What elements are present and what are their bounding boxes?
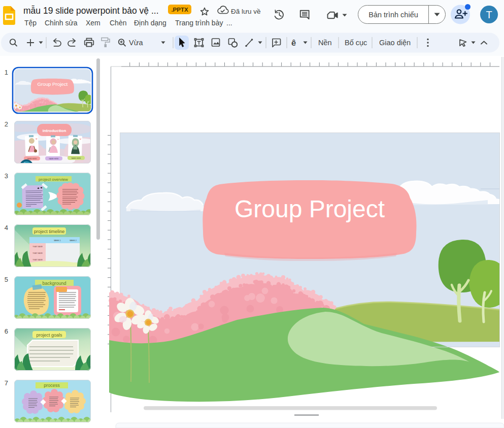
svg-text:WEEK 2: WEEK 2 xyxy=(70,240,77,242)
svg-text:YEAR NAME: YEAR NAME xyxy=(32,252,43,254)
svg-text:background: background xyxy=(42,281,66,286)
svg-text:Bản trình chiếu: Bản trình chiếu xyxy=(368,11,418,19)
svg-text:5: 5 xyxy=(5,276,8,283)
svg-text:process: process xyxy=(44,383,60,388)
svg-text:Chèn: Chèn xyxy=(110,19,126,27)
svg-text:Tệp: Tệp xyxy=(24,19,37,27)
svg-text:project timeline: project timeline xyxy=(34,229,65,234)
svg-text:project goals: project goals xyxy=(36,333,62,338)
svg-text:mẫu 19 slide powerpoint bảo vệ: mẫu 19 slide powerpoint bảo vệ ... xyxy=(23,5,159,16)
svg-text:Chỉnh sửa: Chỉnh sửa xyxy=(45,19,78,27)
svg-text:Trang trình bày: Trang trình bày xyxy=(175,19,223,27)
svg-text:...: ... xyxy=(226,19,232,27)
svg-text:Xem: Xem xyxy=(86,19,100,27)
svg-text:WEEK 1: WEEK 1 xyxy=(54,240,61,242)
svg-text:NAME HERE: NAME HERE xyxy=(27,158,37,160)
svg-text:Nền: Nền xyxy=(318,39,332,47)
svg-text:NAME HERE: NAME HERE xyxy=(49,158,59,160)
svg-text:Vừa: Vừa xyxy=(129,39,143,47)
svg-text:YEAR NAME: YEAR NAME xyxy=(32,259,43,261)
svg-text:3: 3 xyxy=(5,172,8,180)
svg-text:Giao diện: Giao diện xyxy=(379,39,411,47)
svg-text:Bố cục: Bố cục xyxy=(345,39,367,47)
svg-text:ê: ê xyxy=(291,38,296,47)
svg-text:2: 2 xyxy=(5,120,8,128)
svg-text:4: 4 xyxy=(5,224,8,232)
svg-text:YEAR NAME: YEAR NAME xyxy=(32,246,43,248)
svg-text:1: 1 xyxy=(5,69,8,76)
svg-text:7: 7 xyxy=(5,379,8,387)
svg-text:Đã lưu về: Đã lưu về xyxy=(231,8,261,15)
svg-text:introduction: introduction xyxy=(43,128,66,133)
svg-text:6: 6 xyxy=(5,327,8,335)
svg-text:T: T xyxy=(486,9,492,20)
svg-text:NAME HERE: NAME HERE xyxy=(72,157,81,159)
svg-text:project overview: project overview xyxy=(39,177,68,182)
svg-text:.PPTX: .PPTX xyxy=(171,7,188,13)
svg-text:Định dạng: Định dạng xyxy=(134,19,166,27)
